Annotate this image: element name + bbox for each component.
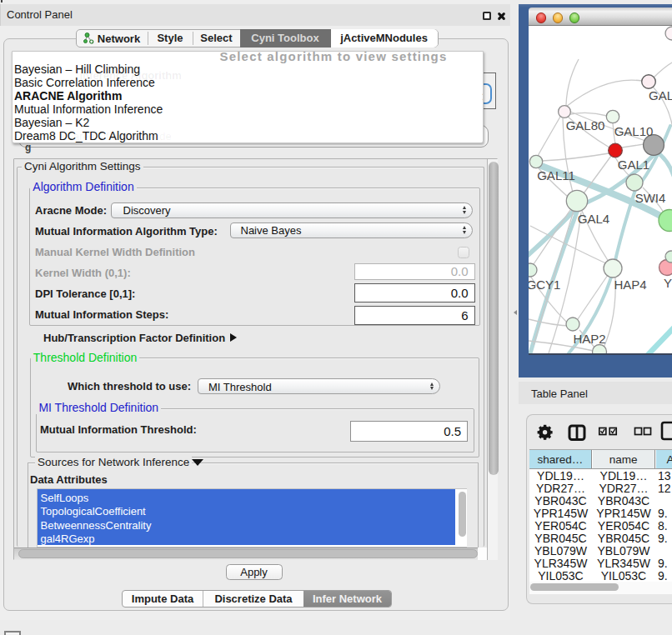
svg-text:GCY1: GCY1 — [529, 278, 560, 292]
svg-text:GAL10: GAL10 — [614, 124, 654, 138]
svg-text:GAL80: GAL80 — [566, 118, 605, 132]
svg-text:GAL4: GAL4 — [578, 212, 609, 226]
svg-text:HAP2: HAP2 — [573, 332, 605, 346]
svg-text:SWI4: SWI4 — [635, 191, 666, 205]
svg-text:GAL1: GAL1 — [618, 158, 649, 172]
svg-text:GAL7: GAL7 — [649, 88, 672, 102]
svg-text:GAL11: GAL11 — [537, 168, 575, 182]
svg-text:Y: Y — [664, 276, 672, 290]
svg-text:HAP4: HAP4 — [614, 278, 646, 292]
